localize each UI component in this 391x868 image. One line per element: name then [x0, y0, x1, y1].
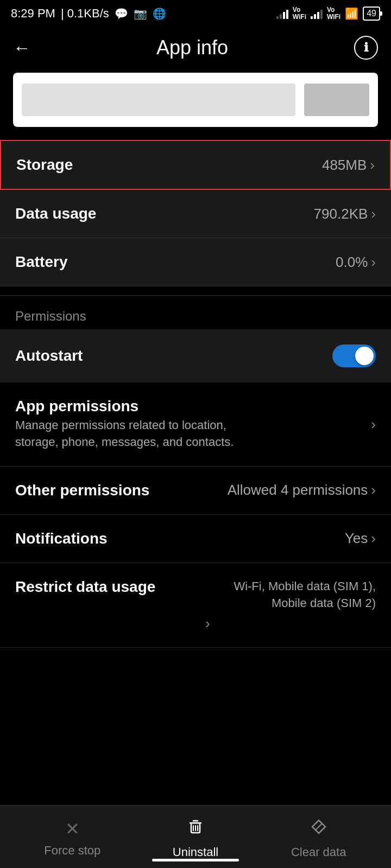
storage-value: 485MB: [322, 157, 367, 174]
other-permissions-label: Other permissions: [15, 482, 149, 499]
autostart-row[interactable]: Autostart: [0, 329, 391, 382]
force-stop-label: Force stop: [44, 844, 100, 858]
app-banner-placeholder: [22, 84, 295, 116]
bar2: [314, 14, 316, 19]
notifications-label-group: Notifications: [15, 530, 108, 547]
storage-row[interactable]: Storage 485MB ›: [0, 140, 391, 190]
clear-data-button[interactable]: Clear data: [257, 817, 380, 859]
app-permissions-chevron-group: ›: [371, 416, 376, 433]
app-header: ← App info ℹ: [0, 25, 391, 73]
app-banner-thumb: [304, 84, 369, 116]
page-title: App info: [156, 36, 228, 59]
notifications-chevron: ›: [371, 530, 376, 547]
time: 8:29 PM: [11, 7, 55, 21]
status-right: VoWiFi VoWiFi 📶 49: [276, 7, 380, 21]
app-banner: [13, 73, 378, 127]
notifications-row[interactable]: Notifications Yes ›: [0, 515, 391, 563]
app-permissions-label-group: App permissions Manage permissions relat…: [15, 398, 243, 451]
instagram-icon: 📷: [134, 7, 147, 20]
clear-data-icon: [309, 817, 329, 841]
data-usage-chevron: ›: [371, 206, 376, 222]
storage-value-group: 485MB ›: [322, 157, 375, 174]
app-permissions-label: App permissions: [15, 398, 243, 415]
battery-label-group: Battery: [15, 253, 67, 271]
bar1: [276, 16, 279, 19]
permissions-label-text: Permissions: [15, 309, 86, 323]
signal-bars-1: [276, 8, 288, 19]
vo-wifi-label-1: VoWiFi: [293, 7, 306, 21]
data-usage-label-group: Data usage: [15, 205, 96, 222]
status-left: 8:29 PM | 0.1KB/s 💬 📷 🌐: [11, 7, 166, 21]
info-icon: ℹ: [364, 41, 368, 55]
bar1: [311, 16, 313, 19]
battery-value-group: 0.0% ›: [336, 254, 376, 271]
app-permissions-row[interactable]: App permissions Manage permissions relat…: [0, 382, 391, 467]
battery-row[interactable]: Battery 0.0% ›: [0, 238, 391, 286]
restrict-data-label: Restrict data usage: [15, 578, 202, 596]
wifi-icon: 📶: [345, 7, 358, 20]
chrome-icon: 🌐: [153, 7, 166, 20]
restrict-data-chevron: ›: [205, 615, 210, 632]
restrict-data-usage-row[interactable]: Restrict data usage Wi-Fi, Mobile data (…: [0, 563, 391, 648]
notifications-value-group: Yes ›: [345, 530, 376, 547]
clear-data-label: Clear data: [291, 845, 346, 859]
content-area: Storage 485MB › Data usage 790.2KB › Bat…: [0, 73, 391, 734]
other-permissions-value-group: Allowed 4 permissions ›: [228, 482, 376, 499]
restrict-data-label-group: Restrict data usage: [15, 578, 202, 596]
other-permissions-label-group: Other permissions: [15, 482, 149, 499]
vo-wifi-label-2: VoWiFi: [327, 7, 340, 21]
force-stop-button[interactable]: ✕ Force stop: [11, 819, 134, 858]
uninstall-icon: [186, 816, 205, 841]
bar2: [280, 14, 282, 19]
uninstall-button[interactable]: Uninstall: [134, 816, 257, 859]
whatsapp-icon: 💬: [115, 7, 128, 20]
restrict-data-value: Wi-Fi, Mobile data (SIM 1), Mobile data …: [202, 578, 376, 612]
notifications-value: Yes: [345, 530, 368, 547]
info-button[interactable]: ℹ: [354, 36, 378, 60]
force-stop-icon: ✕: [65, 819, 80, 839]
app-permissions-sublabel: Manage permissions related to location, …: [15, 417, 243, 451]
other-permissions-chevron: ›: [371, 482, 376, 499]
bar3: [283, 12, 285, 19]
other-permissions-value: Allowed 4 permissions: [228, 482, 368, 499]
battery-value: 49: [367, 9, 376, 18]
network-speed: | 0.1KB/s: [61, 7, 109, 21]
permissions-section-label: Permissions: [0, 296, 391, 329]
bar3: [317, 12, 319, 19]
battery-indicator: 49: [363, 7, 380, 21]
bar4: [320, 10, 323, 19]
restrict-data-value-group: Wi-Fi, Mobile data (SIM 1), Mobile data …: [202, 578, 376, 632]
notifications-label: Notifications: [15, 530, 108, 547]
battery-value: 0.0%: [336, 254, 368, 271]
data-usage-value: 790.2KB: [314, 206, 368, 222]
storage-label-group: Storage: [16, 156, 73, 174]
autostart-label: Autostart: [15, 347, 83, 365]
status-bar: 8:29 PM | 0.1KB/s 💬 📷 🌐 VoWiFi VoWiFi 📶: [0, 0, 391, 25]
back-button[interactable]: ←: [13, 38, 30, 58]
home-indicator: [152, 859, 239, 861]
battery-chevron: ›: [371, 254, 376, 271]
app-permissions-chevron: ›: [371, 416, 376, 433]
autostart-toggle[interactable]: [332, 344, 376, 367]
storage-chevron: ›: [370, 157, 375, 174]
data-usage-value-group: 790.2KB ›: [314, 206, 376, 222]
data-usage-label: Data usage: [15, 205, 96, 222]
signal-bars-2: [311, 8, 323, 19]
toggle-knob: [355, 347, 374, 365]
other-permissions-row[interactable]: Other permissions Allowed 4 permissions …: [0, 467, 391, 515]
data-usage-row[interactable]: Data usage 790.2KB ›: [0, 190, 391, 238]
storage-label: Storage: [16, 156, 73, 174]
bar4: [286, 10, 288, 19]
signal-group-1: [276, 8, 288, 19]
battery-label: Battery: [15, 253, 67, 271]
uninstall-label: Uninstall: [173, 845, 218, 859]
svg-line-7: [316, 824, 322, 830]
